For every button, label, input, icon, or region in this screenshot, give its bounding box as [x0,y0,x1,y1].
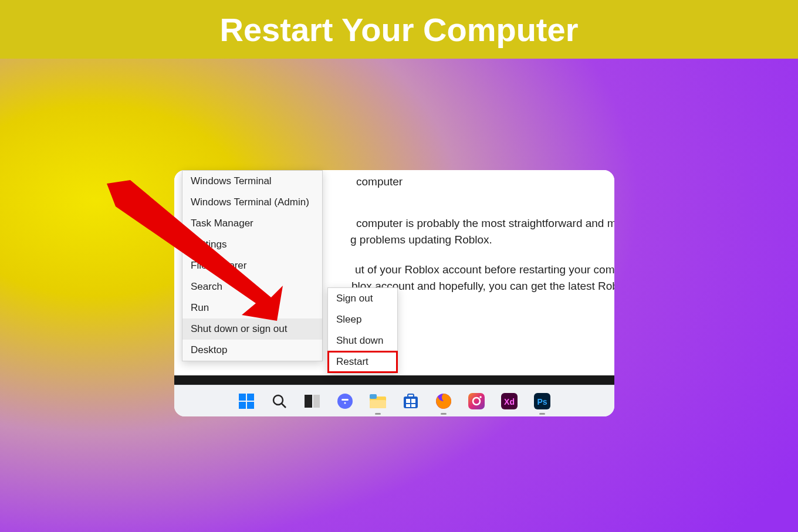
menu-item-settings[interactable]: Settings [182,234,322,255]
menu-item-windows-terminal[interactable]: Windows Terminal [182,171,322,192]
svg-rect-14 [404,397,418,408]
svg-rect-2 [239,402,246,409]
taskview-icon[interactable] [303,392,321,410]
photoshop-icon[interactable]: Ps [533,392,551,410]
taskbar-shadow-strip [174,375,614,385]
svg-rect-21 [468,393,485,409]
svg-rect-19 [408,394,414,397]
doc-fragment: computer is probably the most straightfo… [356,215,614,232]
title-banner: Restart Your Computer [0,0,798,59]
pinned-indicator [539,413,545,415]
svg-rect-6 [305,395,312,408]
banner-title: Restart Your Computer [220,11,579,49]
firefox-icon[interactable] [435,392,452,410]
svg-rect-16 [411,399,415,403]
doc-fragment: computer [356,174,614,191]
pinned-indicator [375,413,381,415]
submenu-item-restart[interactable]: Restart [328,351,397,372]
store-icon[interactable] [402,392,420,410]
svg-rect-1 [247,394,254,401]
svg-rect-9 [341,399,349,401]
svg-point-10 [344,402,346,404]
chat-icon[interactable] [336,392,354,410]
svg-rect-0 [239,394,246,401]
menu-item-search[interactable]: Search [182,276,322,297]
start-icon[interactable] [238,392,255,410]
pinned-indicator [441,413,447,415]
gradient-background: computer computer is probably the most s… [0,59,798,532]
svg-rect-7 [313,395,320,408]
menu-item-windows-terminal-admin[interactable]: Windows Terminal (Admin) [182,192,322,213]
svg-rect-12 [370,394,377,399]
svg-text:Xd: Xd [504,397,515,406]
submenu-item-sign-out[interactable]: Sign out [328,288,397,309]
svg-text:Ps: Ps [537,397,547,406]
menu-item-file-explorer[interactable]: File Explorer [182,255,322,276]
svg-point-8 [337,394,353,409]
menu-item-shut-down-or-sign-out[interactable]: Shut down or sign out [182,318,322,340]
taskbar: Xd Ps [174,385,614,416]
power-submenu: Sign out Sleep Shut down Restart [327,287,398,373]
svg-rect-15 [406,399,410,403]
svg-line-5 [282,404,286,408]
submenu-item-sleep[interactable]: Sleep [328,309,397,330]
svg-rect-3 [247,402,254,409]
svg-rect-17 [406,404,410,407]
xd-icon[interactable]: Xd [501,392,518,410]
doc-fragment: ut of your Roblox account before restart… [355,262,614,279]
doc-fragment: g problems updating Roblox. [350,232,614,249]
winx-context-menu: Windows Terminal Windows Terminal (Admin… [182,170,323,361]
svg-point-23 [479,396,482,398]
explorer-icon[interactable] [369,392,387,410]
instagram-icon[interactable] [468,392,485,410]
menu-item-run[interactable]: Run [182,297,322,318]
search-icon[interactable] [270,392,288,410]
submenu-item-shut-down[interactable]: Shut down [328,330,397,351]
svg-rect-18 [411,404,415,407]
menu-item-desktop[interactable]: Desktop [182,340,322,361]
svg-rect-13 [370,400,386,408]
svg-point-4 [273,395,283,405]
menu-item-task-manager[interactable]: Task Manager [182,213,322,234]
